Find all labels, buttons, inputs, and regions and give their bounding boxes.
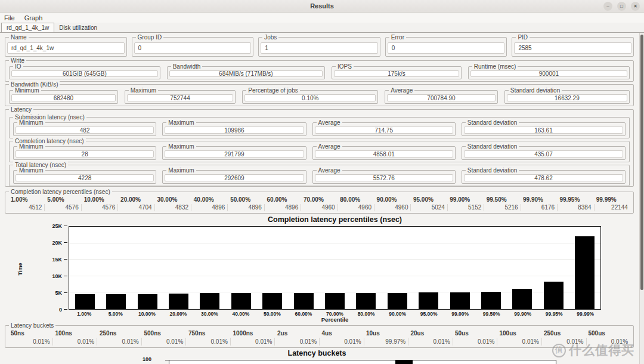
bkt-col-header: 100ns (53, 330, 98, 338)
watermark-logo: 值 (552, 344, 566, 357)
runtime-input[interactable]: 900001 (470, 70, 627, 77)
menu-graph[interactable]: Graph (24, 14, 43, 21)
tlat-maximum-input[interactable]: 292609 (165, 174, 304, 181)
bkt-value-cell: 0.01% (142, 338, 187, 346)
tlat-stddev-input[interactable]: 478.62 (464, 174, 623, 181)
watermark: 值 什么值得买 (552, 342, 634, 359)
name-input[interactable]: rd_qd_1_4k_1w (7, 42, 125, 54)
tab-disk-utilization[interactable]: Disk utilization (54, 23, 102, 32)
results-panel: Name rd_qd_1_4k_1w Group ID 0 Jobs 1 Err… (0, 33, 644, 364)
io-input[interactable]: 601GiB (645GB) (11, 70, 158, 77)
slat-minimum-input[interactable]: 482 (16, 127, 154, 134)
bw-average-input[interactable]: 700784.90 (387, 94, 496, 101)
bkt-value-cell: 99.97% (364, 338, 409, 346)
pct-value-cell: 4576 (45, 204, 81, 212)
slat-maximum-input[interactable]: 109986 (165, 127, 304, 134)
pct-col-header: 95.00% (411, 196, 447, 204)
vertical-scrollbar[interactable] (639, 33, 644, 364)
write-fields: IO 601GiB (645GB) Bandwidth 684MiB/s (71… (9, 66, 630, 79)
submission-latency-group: Submission latency (nsec) Minimum 482 Ma… (9, 117, 630, 138)
menu-file[interactable]: File (4, 14, 15, 21)
percentiles-group: Completion latency percentiles (nsec) 1.… (5, 192, 634, 214)
field-tlat-average: Average 5572.76 (312, 170, 456, 184)
bar-slot (473, 360, 500, 364)
total-latency-fields: Minimum 4228 Maximum 292609 Average 5572… (13, 170, 626, 184)
slat-stddev-input[interactable]: 163.61 (464, 127, 623, 134)
name-label: Name (9, 34, 29, 41)
bkt-col-header: 4us (320, 330, 364, 338)
field-slat-stddev: Standard deviation 163.61 (462, 122, 626, 136)
bandwidth-input[interactable]: 684MiB/s (717MB/s) (169, 70, 323, 77)
clat-chart: Completion latency percentiles (nsec) Ti… (0, 215, 634, 321)
bw-minimum-input[interactable]: 682480 (11, 94, 116, 101)
tlat-average-input[interactable]: 5572.76 (315, 174, 453, 181)
bw-stddev-input[interactable]: 16632.29 (507, 94, 627, 101)
field-tlat-minimum: Minimum 4228 (13, 170, 156, 184)
bw-pct-jobs-input[interactable]: 0.10% (244, 94, 376, 101)
maximize-button[interactable]: □ (617, 2, 626, 11)
clat-bar-95.00% (419, 292, 438, 309)
clat-stddev-input[interactable]: 435.07 (464, 150, 623, 158)
close-button[interactable]: ✕ (631, 2, 640, 11)
pct-value-cell: 5024 (411, 204, 447, 212)
pct-header-row: 1.00%5.00%10.00%20.00%30.00%40.00%50.00%… (8, 196, 630, 204)
slat-average-input[interactable]: 714.75 (315, 127, 453, 134)
bucket-chart-title: Latency buckets (0, 349, 634, 357)
clat-minimum-input[interactable]: 28 (16, 150, 154, 158)
percentiles-table: 1.00%5.00%10.00%20.00%30.00%40.00%50.00%… (8, 196, 630, 211)
field-clat-average: Average 4858.01 (312, 146, 456, 160)
latency-buckets-group-label: Latency buckets (9, 322, 55, 329)
bkt-col-header: 2us (275, 330, 320, 338)
tabbar: rd_qd_1_4k_1w Disk utilization (0, 23, 644, 33)
clat-bar-50.00% (262, 293, 282, 309)
bar-slot (169, 360, 197, 364)
bw-maximum-input[interactable]: 752744 (127, 94, 234, 101)
bandwidth-label: Bandwidth (171, 63, 203, 70)
clat-average-input[interactable]: 4858.01 (315, 150, 453, 158)
field-io: IO 601GiB (645GB) (9, 66, 160, 79)
pct-col-header: 20.00% (118, 196, 154, 204)
field-bw-pct-jobs: Percentage of jobs 0.10% (242, 90, 378, 104)
clat-stddev-label: Standard deviation (466, 143, 519, 150)
bkt-value-row: 0.01%0.01%0.01%0.01%0.01%0.01%0.01%0.01%… (8, 338, 630, 346)
bkt-value-cell: 0.01% (231, 338, 275, 346)
pct-col-header: 99.00% (447, 196, 484, 204)
pct-col-header: 40.00% (191, 196, 228, 204)
clat-average-label: Average (317, 143, 342, 150)
minimize-icon: – (606, 4, 609, 9)
pct-col-header: 99.50% (484, 196, 521, 204)
pct-col-header: 99.90% (521, 196, 557, 204)
bw-pct-jobs-label: Percentage of jobs (246, 87, 299, 94)
clat-bar-10.00% (138, 294, 157, 309)
info-row: Name rd_qd_1_4k_1w Group ID 0 Jobs 1 Err… (5, 37, 634, 57)
group-id-label: Group ID (136, 34, 164, 41)
pct-value-cell: 8384 (558, 204, 594, 212)
field-group-id: Group ID 0 (132, 37, 254, 57)
group-id-input[interactable]: 0 (134, 42, 252, 54)
tlat-minimum-input[interactable]: 4228 (16, 174, 154, 181)
pct-value-cell: 5216 (484, 204, 521, 212)
field-pid: PID 2585 (512, 37, 634, 57)
jobs-label: Jobs (262, 34, 278, 41)
ytick-mark (64, 276, 67, 276)
clat-bar-20.00% (169, 294, 188, 309)
ytick-label: 15K (52, 257, 62, 263)
latency-group: Latency Submission latency (nsec) Minimu… (5, 109, 634, 187)
field-bw-minimum: Minimum 682480 (9, 90, 118, 104)
error-input[interactable]: 0 (388, 42, 505, 54)
pct-col-header: 99.95% (557, 196, 593, 204)
minimize-button[interactable]: – (603, 2, 612, 11)
pid-input[interactable]: 2585 (514, 42, 631, 54)
bkt-header-row: 50ns100ns250ns500ns750ns1000ns2us4us10us… (8, 330, 630, 338)
bkt-value-cell: 0.01% (8, 338, 53, 346)
iops-input[interactable]: 175k/s (334, 70, 459, 77)
ytick-mark (64, 259, 67, 260)
bar-slot (382, 227, 413, 309)
jobs-input[interactable]: 1 (261, 42, 378, 54)
scrollbar-thumb[interactable] (640, 35, 643, 290)
bar-slot (351, 227, 382, 309)
tab-rd-qd-1-4k-1w[interactable]: rd_qd_1_4k_1w (1, 23, 54, 32)
clat-maximum-input[interactable]: 291799 (165, 150, 304, 158)
bar-slot (280, 360, 307, 364)
clat-bar-99.50% (481, 292, 501, 309)
